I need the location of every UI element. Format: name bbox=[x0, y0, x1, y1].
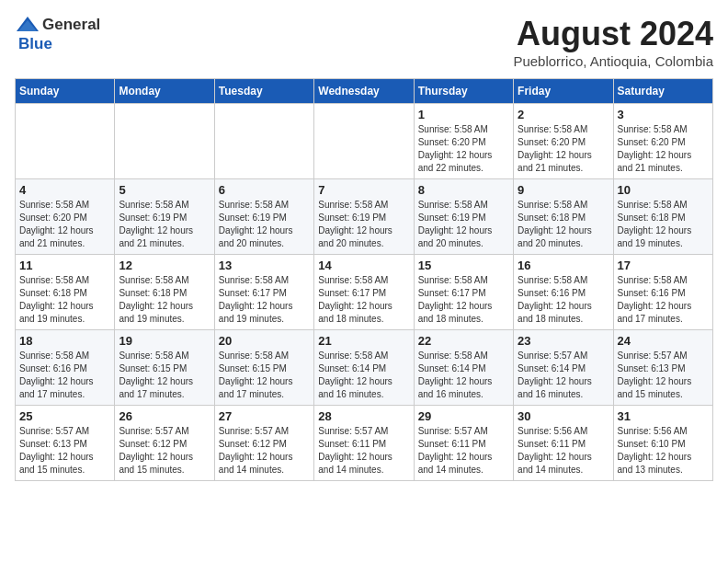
day-number: 28 bbox=[318, 409, 409, 423]
calendar-empty-cell bbox=[314, 104, 414, 179]
calendar-day-30: 30Sunrise: 5:56 AM Sunset: 6:11 PM Dayli… bbox=[514, 406, 613, 481]
calendar-header-row: SundayMondayTuesdayWednesdayThursdayFrid… bbox=[16, 79, 713, 104]
column-header-thursday: Thursday bbox=[414, 79, 513, 104]
logo-blue-text: Blue bbox=[18, 35, 52, 53]
day-info: Sunrise: 5:58 AM Sunset: 6:15 PM Dayligh… bbox=[219, 350, 310, 401]
day-number: 10 bbox=[618, 183, 709, 197]
day-number: 8 bbox=[418, 183, 509, 197]
day-info: Sunrise: 5:58 AM Sunset: 6:20 PM Dayligh… bbox=[418, 123, 509, 175]
day-number: 4 bbox=[19, 183, 110, 197]
calendar-day-22: 22Sunrise: 5:58 AM Sunset: 6:14 PM Dayli… bbox=[414, 330, 513, 406]
calendar-day-3: 3Sunrise: 5:58 AM Sunset: 6:20 PM Daylig… bbox=[613, 104, 712, 179]
calendar-day-6: 6Sunrise: 5:58 AM Sunset: 6:19 PM Daylig… bbox=[214, 179, 313, 255]
day-info: Sunrise: 5:56 AM Sunset: 6:11 PM Dayligh… bbox=[518, 425, 609, 477]
column-header-monday: Monday bbox=[115, 79, 214, 104]
calendar-week-2: 4Sunrise: 5:58 AM Sunset: 6:20 PM Daylig… bbox=[16, 179, 713, 255]
calendar-day-21: 21Sunrise: 5:58 AM Sunset: 6:14 PM Dayli… bbox=[314, 330, 414, 406]
calendar-day-4: 4Sunrise: 5:58 AM Sunset: 6:20 PM Daylig… bbox=[16, 179, 115, 255]
calendar-body: 1Sunrise: 5:58 AM Sunset: 6:20 PM Daylig… bbox=[16, 104, 713, 481]
day-number: 26 bbox=[119, 409, 210, 423]
day-number: 22 bbox=[418, 334, 509, 348]
day-info: Sunrise: 5:58 AM Sunset: 6:14 PM Dayligh… bbox=[318, 350, 409, 401]
calendar-day-29: 29Sunrise: 5:57 AM Sunset: 6:11 PM Dayli… bbox=[414, 406, 513, 481]
day-number: 5 bbox=[119, 183, 210, 197]
calendar-day-13: 13Sunrise: 5:58 AM Sunset: 6:17 PM Dayli… bbox=[214, 255, 313, 330]
day-info: Sunrise: 5:57 AM Sunset: 6:11 PM Dayligh… bbox=[418, 425, 509, 477]
day-info: Sunrise: 5:57 AM Sunset: 6:14 PM Dayligh… bbox=[518, 350, 609, 401]
day-info: Sunrise: 5:57 AM Sunset: 6:13 PM Dayligh… bbox=[618, 350, 709, 401]
calendar-day-15: 15Sunrise: 5:58 AM Sunset: 6:17 PM Dayli… bbox=[414, 255, 513, 330]
title-area: August 2024 Pueblorrico, Antioquia, Colo… bbox=[513, 15, 713, 69]
day-info: Sunrise: 5:58 AM Sunset: 6:17 PM Dayligh… bbox=[219, 274, 310, 326]
calendar-empty-cell bbox=[16, 104, 115, 179]
day-info: Sunrise: 5:58 AM Sunset: 6:17 PM Dayligh… bbox=[418, 274, 509, 326]
day-number: 12 bbox=[119, 259, 210, 272]
day-number: 24 bbox=[618, 334, 709, 348]
calendar-day-16: 16Sunrise: 5:58 AM Sunset: 6:16 PM Dayli… bbox=[514, 255, 613, 330]
day-info: Sunrise: 5:57 AM Sunset: 6:12 PM Dayligh… bbox=[219, 425, 310, 477]
day-number: 25 bbox=[19, 409, 110, 423]
calendar-day-12: 12Sunrise: 5:58 AM Sunset: 6:18 PM Dayli… bbox=[115, 255, 214, 330]
calendar-day-10: 10Sunrise: 5:58 AM Sunset: 6:18 PM Dayli… bbox=[613, 179, 712, 255]
calendar-day-8: 8Sunrise: 5:58 AM Sunset: 6:19 PM Daylig… bbox=[414, 179, 513, 255]
calendar-day-28: 28Sunrise: 5:57 AM Sunset: 6:11 PM Dayli… bbox=[314, 406, 414, 481]
day-info: Sunrise: 5:58 AM Sunset: 6:16 PM Dayligh… bbox=[618, 274, 709, 326]
subtitle: Pueblorrico, Antioquia, Colombia bbox=[513, 53, 713, 69]
column-header-saturday: Saturday bbox=[613, 79, 712, 104]
calendar-day-27: 27Sunrise: 5:57 AM Sunset: 6:12 PM Dayli… bbox=[214, 406, 313, 481]
day-number: 1 bbox=[418, 108, 509, 121]
calendar-empty-cell bbox=[115, 104, 214, 179]
day-number: 17 bbox=[618, 259, 709, 272]
day-number: 31 bbox=[618, 409, 709, 423]
day-info: Sunrise: 5:58 AM Sunset: 6:15 PM Dayligh… bbox=[119, 350, 210, 401]
calendar-day-1: 1Sunrise: 5:58 AM Sunset: 6:20 PM Daylig… bbox=[414, 104, 513, 179]
calendar-day-25: 25Sunrise: 5:57 AM Sunset: 6:13 PM Dayli… bbox=[16, 406, 115, 481]
calendar-day-26: 26Sunrise: 5:57 AM Sunset: 6:12 PM Dayli… bbox=[115, 406, 214, 481]
day-info: Sunrise: 5:57 AM Sunset: 6:11 PM Dayligh… bbox=[318, 425, 409, 477]
day-number: 9 bbox=[518, 183, 609, 197]
day-info: Sunrise: 5:58 AM Sunset: 6:19 PM Dayligh… bbox=[219, 199, 310, 250]
calendar-day-7: 7Sunrise: 5:58 AM Sunset: 6:19 PM Daylig… bbox=[314, 179, 414, 255]
day-info: Sunrise: 5:58 AM Sunset: 6:18 PM Dayligh… bbox=[618, 199, 709, 250]
logo: General Blue bbox=[15, 15, 100, 53]
logo-icon bbox=[15, 15, 40, 35]
calendar-week-4: 18Sunrise: 5:58 AM Sunset: 6:16 PM Dayli… bbox=[16, 330, 713, 406]
column-header-friday: Friday bbox=[514, 79, 613, 104]
logo-general-text: General bbox=[42, 16, 100, 34]
day-info: Sunrise: 5:58 AM Sunset: 6:18 PM Dayligh… bbox=[19, 274, 110, 326]
column-header-wednesday: Wednesday bbox=[314, 79, 414, 104]
column-header-tuesday: Tuesday bbox=[214, 79, 313, 104]
day-number: 11 bbox=[19, 259, 110, 272]
calendar-day-2: 2Sunrise: 5:58 AM Sunset: 6:20 PM Daylig… bbox=[514, 104, 613, 179]
calendar-day-19: 19Sunrise: 5:58 AM Sunset: 6:15 PM Dayli… bbox=[115, 330, 214, 406]
day-info: Sunrise: 5:56 AM Sunset: 6:10 PM Dayligh… bbox=[618, 425, 709, 477]
column-header-sunday: Sunday bbox=[16, 79, 115, 104]
calendar-day-17: 17Sunrise: 5:58 AM Sunset: 6:16 PM Dayli… bbox=[613, 255, 712, 330]
main-title: August 2024 bbox=[513, 15, 713, 53]
day-number: 16 bbox=[518, 259, 609, 272]
day-info: Sunrise: 5:58 AM Sunset: 6:19 PM Dayligh… bbox=[119, 199, 210, 250]
day-number: 30 bbox=[518, 409, 609, 423]
day-info: Sunrise: 5:58 AM Sunset: 6:18 PM Dayligh… bbox=[119, 274, 210, 326]
calendar-day-18: 18Sunrise: 5:58 AM Sunset: 6:16 PM Dayli… bbox=[16, 330, 115, 406]
calendar-empty-cell bbox=[214, 104, 313, 179]
day-info: Sunrise: 5:57 AM Sunset: 6:13 PM Dayligh… bbox=[19, 425, 110, 477]
day-number: 7 bbox=[318, 183, 409, 197]
header: General Blue August 2024 Pueblorrico, An… bbox=[15, 15, 713, 69]
day-info: Sunrise: 5:58 AM Sunset: 6:19 PM Dayligh… bbox=[418, 199, 509, 250]
day-info: Sunrise: 5:57 AM Sunset: 6:12 PM Dayligh… bbox=[119, 425, 210, 477]
calendar-day-9: 9Sunrise: 5:58 AM Sunset: 6:18 PM Daylig… bbox=[514, 179, 613, 255]
calendar-day-11: 11Sunrise: 5:58 AM Sunset: 6:18 PM Dayli… bbox=[16, 255, 115, 330]
calendar-day-24: 24Sunrise: 5:57 AM Sunset: 6:13 PM Dayli… bbox=[613, 330, 712, 406]
day-number: 14 bbox=[318, 259, 409, 272]
day-info: Sunrise: 5:58 AM Sunset: 6:20 PM Dayligh… bbox=[618, 123, 709, 175]
day-number: 15 bbox=[418, 259, 509, 272]
day-info: Sunrise: 5:58 AM Sunset: 6:16 PM Dayligh… bbox=[19, 350, 110, 401]
day-info: Sunrise: 5:58 AM Sunset: 6:16 PM Dayligh… bbox=[518, 274, 609, 326]
calendar-day-31: 31Sunrise: 5:56 AM Sunset: 6:10 PM Dayli… bbox=[613, 406, 712, 481]
calendar-week-3: 11Sunrise: 5:58 AM Sunset: 6:18 PM Dayli… bbox=[16, 255, 713, 330]
calendar-table: SundayMondayTuesdayWednesdayThursdayFrid… bbox=[15, 78, 713, 481]
day-number: 21 bbox=[318, 334, 409, 348]
day-info: Sunrise: 5:58 AM Sunset: 6:20 PM Dayligh… bbox=[518, 123, 609, 175]
day-number: 2 bbox=[518, 108, 609, 121]
